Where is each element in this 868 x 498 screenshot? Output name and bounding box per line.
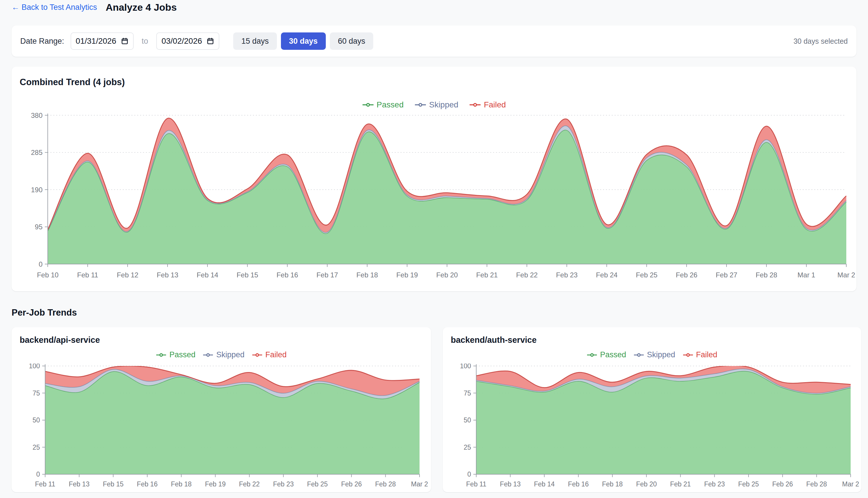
legend-item-failed[interactable]: Failed: [683, 350, 718, 359]
legend-item-failed[interactable]: Failed: [469, 100, 506, 109]
svg-text:Feb 10: Feb 10: [37, 271, 59, 279]
svg-text:Feb 19: Feb 19: [396, 271, 418, 279]
legend-marker-passed-icon: [362, 103, 374, 107]
auth-service-card: backend/auth-service Passed Skipped Fail…: [443, 327, 862, 492]
calendar-icon[interactable]: [207, 37, 214, 45]
svg-text:50: 50: [463, 416, 471, 424]
legend-marker-skipped-icon: [415, 103, 426, 107]
svg-text:Feb 28: Feb 28: [375, 480, 396, 488]
svg-text:0: 0: [36, 471, 40, 478]
chart-legend: Passed Skipped Failed: [12, 100, 856, 109]
legend-label-failed: Failed: [265, 350, 287, 359]
svg-text:75: 75: [463, 390, 471, 397]
topbar: ← Back to Test Analytics Analyze 4 Jobs: [12, 2, 177, 13]
svg-text:Mar 2: Mar 2: [411, 480, 428, 488]
legend-item-skipped[interactable]: Skipped: [415, 100, 458, 109]
per-job-trends-heading: Per-Job Trends: [12, 307, 77, 318]
legend-marker-passed-icon: [156, 353, 166, 357]
svg-text:Mar 2: Mar 2: [837, 271, 855, 279]
combined-chart-title: Combined Trend (4 jobs): [20, 77, 125, 88]
date-range-toolbar: Date Range: 01/31/2026 to 03/02/2026 15 …: [12, 25, 856, 57]
svg-text:Feb 28: Feb 28: [806, 480, 827, 488]
svg-text:Feb 25: Feb 25: [738, 480, 759, 488]
svg-text:Feb 22: Feb 22: [239, 480, 260, 488]
svg-text:50: 50: [32, 416, 40, 424]
svg-text:Feb 15: Feb 15: [103, 480, 124, 488]
svg-text:Feb 25: Feb 25: [307, 480, 328, 488]
back-link[interactable]: ← Back to Test Analytics: [12, 3, 97, 12]
combined-trend-card: Combined Trend (4 jobs) Passed Skipped F…: [12, 67, 856, 291]
svg-text:Feb 18: Feb 18: [356, 271, 378, 279]
legend-marker-failed-icon: [683, 353, 693, 357]
svg-text:Feb 26: Feb 26: [341, 480, 362, 488]
start-date-value: 01/31/2026: [76, 37, 116, 46]
legend-item-failed[interactable]: Failed: [252, 350, 287, 359]
svg-text:Feb 23: Feb 23: [704, 480, 725, 488]
svg-text:Feb 28: Feb 28: [756, 271, 777, 279]
calendar-icon[interactable]: [121, 37, 128, 45]
svg-text:Feb 13: Feb 13: [157, 271, 178, 279]
svg-text:Feb 12: Feb 12: [117, 271, 139, 279]
svg-text:Feb 16: Feb 16: [276, 271, 298, 279]
legend-item-passed[interactable]: Passed: [156, 350, 195, 359]
legend-label-passed: Passed: [600, 350, 626, 359]
legend-label-failed: Failed: [484, 100, 506, 109]
svg-text:Feb 14: Feb 14: [534, 480, 555, 488]
selection-summary: 30 days selected: [794, 37, 848, 45]
legend-marker-skipped-icon: [634, 353, 644, 357]
svg-text:100: 100: [460, 364, 471, 370]
svg-text:Feb 26: Feb 26: [676, 271, 697, 279]
svg-text:380: 380: [31, 112, 42, 119]
svg-text:Feb 24: Feb 24: [596, 271, 618, 279]
legend-label-skipped: Skipped: [647, 350, 675, 359]
svg-text:Feb 13: Feb 13: [69, 480, 90, 488]
svg-text:285: 285: [31, 148, 42, 156]
legend-marker-passed-icon: [587, 353, 597, 357]
svg-text:Feb 23: Feb 23: [273, 480, 294, 488]
svg-text:Feb 11: Feb 11: [466, 480, 486, 488]
svg-text:25: 25: [32, 444, 40, 451]
svg-text:0: 0: [467, 471, 471, 478]
chart-legend: Passed Skipped Failed: [443, 350, 862, 359]
page-title: Analyze 4 Jobs: [106, 2, 177, 13]
svg-text:25: 25: [463, 444, 471, 451]
legend-marker-skipped-icon: [203, 353, 213, 357]
legend-item-passed[interactable]: Passed: [587, 350, 626, 359]
legend-item-skipped[interactable]: Skipped: [203, 350, 244, 359]
legend-item-passed[interactable]: Passed: [362, 100, 404, 109]
svg-text:Feb 25: Feb 25: [636, 271, 657, 279]
svg-text:190: 190: [31, 186, 42, 194]
svg-text:75: 75: [32, 390, 40, 397]
svg-text:95: 95: [35, 223, 42, 231]
legend-label-failed: Failed: [696, 350, 718, 359]
range-button-60-days[interactable]: 60 days: [330, 32, 374, 50]
auth-service-chart: 0255075100Feb 11Feb 13Feb 14Feb 16Feb 18…: [448, 364, 862, 491]
combined-trend-chart: 095190285380Feb 10Feb 11Feb 12Feb 13Feb …: [17, 110, 856, 284]
legend-marker-failed-icon: [469, 103, 481, 107]
svg-text:Feb 11: Feb 11: [35, 480, 55, 488]
end-date-value: 03/02/2026: [161, 37, 202, 46]
svg-text:Feb 20: Feb 20: [436, 271, 458, 279]
start-date-input[interactable]: 01/31/2026: [71, 32, 134, 50]
svg-text:Feb 17: Feb 17: [316, 271, 338, 279]
api-service-card: backend/api-service Passed Skipped Faile…: [12, 327, 431, 492]
svg-text:Mar 2: Mar 2: [842, 480, 859, 488]
svg-text:Feb 18: Feb 18: [171, 480, 192, 488]
svg-text:Feb 21: Feb 21: [670, 480, 691, 488]
range-button-30-days[interactable]: 30 days: [281, 32, 326, 50]
api-service-chart: 0255075100Feb 11Feb 13Feb 15Feb 16Feb 18…: [17, 364, 431, 491]
legend-label-passed: Passed: [377, 100, 404, 109]
chart-legend: Passed Skipped Failed: [12, 350, 431, 359]
legend-item-skipped[interactable]: Skipped: [634, 350, 675, 359]
end-date-input[interactable]: 03/02/2026: [156, 32, 219, 50]
api-service-title: backend/api-service: [20, 335, 100, 345]
legend-label-passed: Passed: [169, 350, 195, 359]
svg-text:Feb 16: Feb 16: [137, 480, 158, 488]
svg-text:Feb 21: Feb 21: [476, 271, 498, 279]
to-label: to: [142, 37, 148, 46]
svg-text:Feb 27: Feb 27: [716, 271, 737, 279]
range-button-15-days[interactable]: 15 days: [233, 32, 277, 50]
range-preset-group: 15 days 30 days 60 days: [233, 32, 373, 50]
svg-text:0: 0: [39, 260, 42, 268]
svg-text:Feb 20: Feb 20: [636, 480, 657, 488]
